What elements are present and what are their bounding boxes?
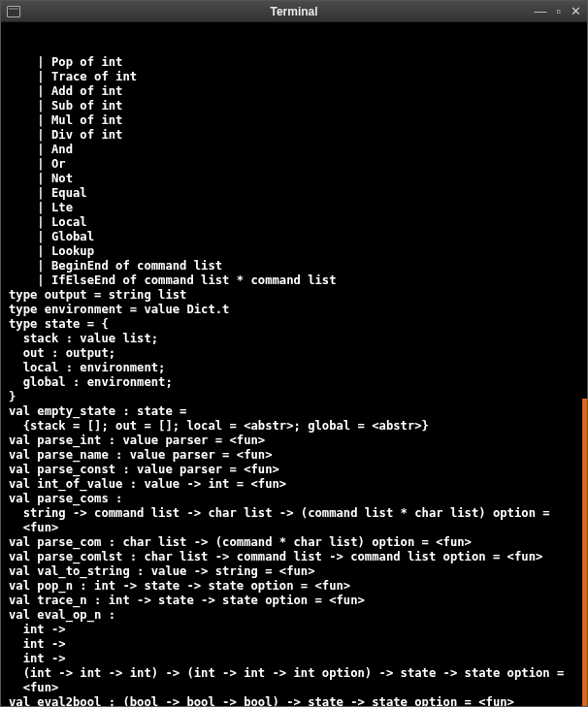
terminal-line: local : environment;	[9, 361, 579, 375]
terminal-line: | Trace of int	[9, 70, 579, 84]
terminal-line: val parse_name : value parser = <fun>	[9, 448, 579, 463]
terminal-line: | Or	[9, 157, 579, 172]
terminal-line: val parse_coms :	[9, 492, 579, 506]
terminal-line: val eval_op_n :	[9, 608, 579, 623]
terminal-line: val parse_const : value parser = <fun>	[9, 463, 579, 477]
titlebar[interactable]: Terminal — ▫ ✕	[1, 1, 587, 22]
terminal-line: out : output;	[9, 346, 579, 361]
terminal-line: val int_of_value : value -> int = <fun>	[9, 477, 579, 492]
terminal-line: val parse_int : value parser = <fun>	[9, 434, 579, 448]
terminal-icon	[7, 6, 20, 17]
terminal-line: | Div of int	[9, 128, 579, 143]
terminal-line: <fun>	[9, 521, 579, 535]
terminal-window: Terminal — ▫ ✕ | Pop of int | Trace of i…	[0, 0, 588, 707]
terminal-line: {stack = []; out = []; local = <abstr>; …	[9, 419, 579, 434]
terminal-line: | Lookup	[9, 244, 579, 259]
terminal-line: | Mul of int	[9, 113, 579, 128]
terminal-line: string -> command list -> char list -> (…	[9, 506, 579, 521]
window-controls: — ▫ ✕	[534, 5, 581, 17]
terminal-line: | IfElseEnd of command list * command li…	[9, 273, 579, 288]
terminal-line: type output = string list	[9, 288, 579, 303]
maximize-button[interactable]: ▫	[556, 5, 561, 17]
terminal-line: global : environment;	[9, 375, 579, 390]
terminal-line: }	[9, 390, 579, 404]
terminal-line: val trace_n : int -> state -> state opti…	[9, 594, 579, 608]
terminal-line: <fun>	[9, 681, 579, 695]
close-button[interactable]: ✕	[571, 5, 581, 17]
terminal-line: int ->	[9, 652, 579, 666]
terminal-line: | Global	[9, 230, 579, 244]
terminal-line: | BeginEnd of command list	[9, 259, 579, 273]
terminal-line: val parse_comlst : char list -> command …	[9, 550, 579, 564]
terminal-line: | Add of int	[9, 84, 579, 99]
terminal-line: val pop_n : int -> state -> state option…	[9, 579, 579, 594]
terminal-line: | Not	[9, 172, 579, 186]
scrollbar[interactable]	[582, 22, 587, 706]
terminal-line: | Pop of int	[9, 55, 579, 70]
terminal-line: val eval2bool : (bool -> bool -> bool) -…	[9, 695, 579, 706]
terminal-line: | Equal	[9, 186, 579, 201]
window-title: Terminal	[270, 5, 317, 18]
terminal-line: type environment = value Dict.t	[9, 303, 579, 317]
terminal-output[interactable]: | Pop of int | Trace of int | Add of int…	[1, 22, 587, 706]
scroll-thumb[interactable]	[582, 399, 587, 706]
terminal-line: val empty_state : state =	[9, 404, 579, 419]
terminal-line: val parse_com : char list -> (command * …	[9, 535, 579, 550]
terminal-line: int ->	[9, 637, 579, 652]
terminal-line: | Lte	[9, 201, 579, 215]
terminal-line: (int -> int -> int) -> (int -> int -> in…	[9, 666, 579, 681]
terminal-line: | Sub of int	[9, 99, 579, 113]
terminal-line: | And	[9, 143, 579, 157]
terminal-line: stack : value list;	[9, 332, 579, 346]
terminal-line: type state = {	[9, 317, 579, 332]
terminal-line: | Local	[9, 215, 579, 230]
minimize-button[interactable]: —	[534, 5, 546, 17]
terminal-line: val val_to_string : value -> string = <f…	[9, 564, 579, 579]
terminal-line: int ->	[9, 623, 579, 637]
